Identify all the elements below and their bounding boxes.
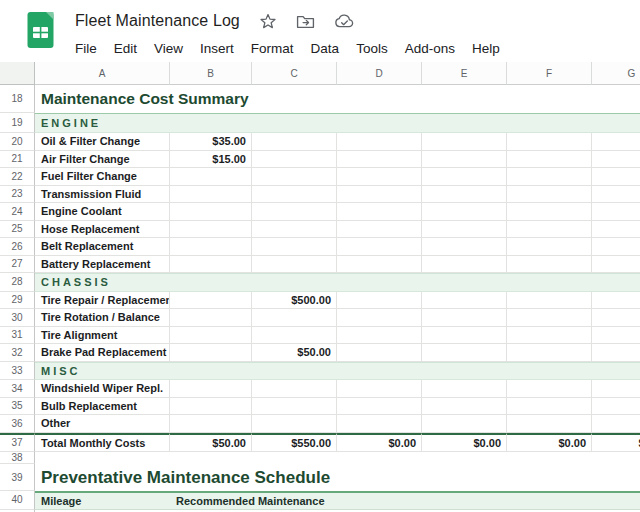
column-header-g[interactable]: G bbox=[592, 62, 640, 85]
cell[interactable]: Hose Replacement bbox=[35, 221, 170, 239]
cell[interactable] bbox=[170, 221, 252, 239]
move-to-folder-icon[interactable] bbox=[296, 13, 315, 29]
row-header[interactable]: 22 bbox=[0, 168, 35, 186]
cell[interactable]: Battery Replacement bbox=[35, 256, 170, 274]
menu-data[interactable]: Data bbox=[311, 41, 340, 56]
cell[interactable] bbox=[422, 327, 507, 345]
cell[interactable] bbox=[170, 292, 252, 310]
cell[interactable] bbox=[592, 398, 640, 416]
cell[interactable] bbox=[507, 151, 592, 169]
cell[interactable] bbox=[170, 344, 252, 362]
cell[interactable] bbox=[337, 151, 422, 169]
cell[interactable] bbox=[252, 168, 337, 186]
cell[interactable] bbox=[170, 380, 252, 398]
column-header-b[interactable]: B bbox=[170, 62, 252, 85]
cell[interactable] bbox=[422, 238, 507, 256]
row-header[interactable]: 40 bbox=[0, 491, 35, 510]
cell[interactable] bbox=[507, 238, 592, 256]
row-header[interactable]: 37 bbox=[0, 433, 35, 453]
cell[interactable] bbox=[252, 256, 337, 274]
cell[interactable] bbox=[170, 238, 252, 256]
cell[interactable]: Transmission Fluid bbox=[35, 186, 170, 204]
cell[interactable] bbox=[252, 309, 337, 327]
column-header-e[interactable]: E bbox=[422, 62, 507, 85]
cell[interactable]: Total Monthly Costs bbox=[35, 433, 170, 453]
cell[interactable] bbox=[422, 168, 507, 186]
cell[interactable]: Oil & Filter Change bbox=[35, 133, 170, 151]
row-header[interactable]: 26 bbox=[0, 238, 35, 256]
cell[interactable] bbox=[422, 133, 507, 151]
cell[interactable] bbox=[252, 415, 337, 433]
cell[interactable]: Belt Replacement bbox=[35, 238, 170, 256]
cell[interactable]: $50.00 bbox=[170, 433, 252, 453]
cell[interactable] bbox=[35, 452, 640, 464]
cell[interactable] bbox=[422, 398, 507, 416]
row-header[interactable]: 33 bbox=[0, 362, 35, 381]
column-header-c[interactable]: C bbox=[252, 62, 337, 85]
row-header[interactable]: 34 bbox=[0, 380, 35, 398]
cell[interactable] bbox=[507, 309, 592, 327]
row-header[interactable]: 25 bbox=[0, 221, 35, 239]
cell[interactable] bbox=[592, 327, 640, 345]
cell[interactable] bbox=[337, 309, 422, 327]
cell[interactable]: Brake Pad Replacement bbox=[35, 344, 170, 362]
cell[interactable] bbox=[592, 415, 640, 433]
cell[interactable]: $0.00 bbox=[337, 433, 422, 453]
cell[interactable] bbox=[252, 186, 337, 204]
document-title[interactable]: Fleet Maintenance Log bbox=[75, 12, 240, 30]
cell[interactable] bbox=[592, 221, 640, 239]
cell[interactable]: Fuel Filter Change bbox=[35, 168, 170, 186]
cell[interactable] bbox=[337, 186, 422, 204]
cell[interactable] bbox=[507, 415, 592, 433]
row-header[interactable]: 18 bbox=[0, 85, 35, 113]
cell[interactable]: Air Filter Change bbox=[35, 151, 170, 169]
section-band-cell[interactable]: CHASSIS bbox=[35, 273, 640, 292]
cell[interactable]: Engine Coolant bbox=[35, 203, 170, 221]
menu-add-ons[interactable]: Add-ons bbox=[405, 41, 455, 56]
cell[interactable] bbox=[337, 203, 422, 221]
cell[interactable]: $15.00 bbox=[170, 151, 252, 169]
cell[interactable] bbox=[337, 238, 422, 256]
menu-format[interactable]: Format bbox=[251, 41, 294, 56]
cell[interactable] bbox=[507, 327, 592, 345]
row-header[interactable]: 28 bbox=[0, 273, 35, 292]
menu-view[interactable]: View bbox=[154, 41, 183, 56]
cell[interactable] bbox=[170, 203, 252, 221]
cell[interactable] bbox=[507, 380, 592, 398]
cell[interactable] bbox=[422, 309, 507, 327]
section-band-cell[interactable]: MISC bbox=[35, 362, 640, 381]
cell[interactable] bbox=[422, 221, 507, 239]
menu-insert[interactable]: Insert bbox=[200, 41, 234, 56]
cell[interactable] bbox=[337, 398, 422, 416]
cell[interactable] bbox=[592, 380, 640, 398]
cell[interactable] bbox=[170, 309, 252, 327]
row-header[interactable]: 35 bbox=[0, 398, 35, 416]
cell[interactable] bbox=[592, 151, 640, 169]
cell[interactable] bbox=[337, 256, 422, 274]
cell[interactable] bbox=[337, 344, 422, 362]
menu-file[interactable]: File bbox=[75, 41, 97, 56]
cell[interactable] bbox=[252, 238, 337, 256]
cell[interactable]: Recommended Maintenance bbox=[170, 491, 640, 510]
cell[interactable] bbox=[507, 398, 592, 416]
menu-tools[interactable]: Tools bbox=[356, 41, 388, 56]
cell[interactable]: $50.00 bbox=[252, 344, 337, 362]
cell[interactable] bbox=[337, 292, 422, 310]
cell[interactable]: $0.00 bbox=[592, 433, 640, 453]
menu-help[interactable]: Help bbox=[472, 41, 500, 56]
cell[interactable] bbox=[337, 415, 422, 433]
row-header[interactable]: 31 bbox=[0, 327, 35, 345]
cell[interactable] bbox=[170, 327, 252, 345]
cell[interactable]: Tire Repair / Replacement bbox=[35, 292, 170, 310]
row-header[interactable]: 23 bbox=[0, 186, 35, 204]
cell[interactable] bbox=[592, 186, 640, 204]
column-header-f[interactable]: F bbox=[507, 62, 592, 85]
row-header[interactable]: 20 bbox=[0, 133, 35, 151]
cell[interactable] bbox=[422, 203, 507, 221]
column-header-d[interactable]: D bbox=[337, 62, 422, 85]
cell[interactable] bbox=[252, 151, 337, 169]
row-header[interactable]: 24 bbox=[0, 203, 35, 221]
cell[interactable] bbox=[252, 133, 337, 151]
row-header[interactable]: 30 bbox=[0, 309, 35, 327]
cell[interactable] bbox=[507, 292, 592, 310]
